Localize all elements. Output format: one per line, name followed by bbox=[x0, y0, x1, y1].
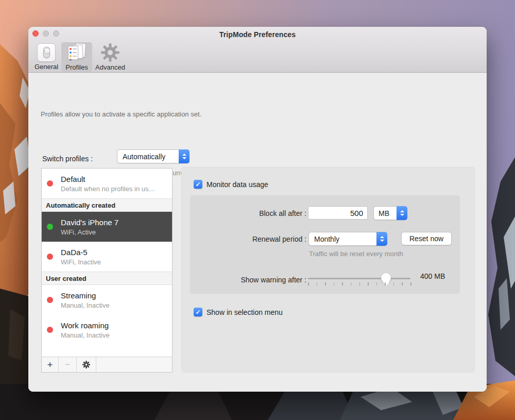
list-item-streaming[interactable]: Streaming Manual, Inactive bbox=[42, 285, 172, 315]
tick-mark bbox=[385, 282, 386, 285]
intro-text: Profiles allow you to activate a specifi… bbox=[41, 110, 201, 118]
renewal-period-popup[interactable]: Monthly bbox=[308, 232, 387, 246]
tick-mark bbox=[410, 282, 411, 285]
popup-stepper-icon bbox=[179, 149, 190, 163]
check-icon: ✓ bbox=[195, 309, 200, 316]
section-label: User created bbox=[46, 275, 87, 282]
data-usage-box: Block all after : MB Renewal period : Mo… bbox=[190, 195, 460, 294]
renewal-note: Traffic will be reset every month bbox=[309, 250, 403, 258]
warning-slider-thumb[interactable] bbox=[381, 273, 391, 283]
tick-mark bbox=[368, 282, 369, 285]
tab-general[interactable]: General bbox=[31, 42, 62, 72]
remove-profile-button[interactable]: − bbox=[59, 357, 77, 372]
profiles-stack-icon bbox=[67, 43, 87, 62]
profiles-pane: Profiles allow you to activate a specifi… bbox=[28, 73, 487, 392]
tick-mark bbox=[317, 282, 318, 285]
show-in-selection-menu-checkbox[interactable]: ✓ bbox=[194, 308, 202, 316]
plus-icon: + bbox=[47, 359, 53, 371]
profile-name: Work roaming bbox=[61, 321, 110, 330]
profiles-list: Default Default when no profiles in us… … bbox=[41, 168, 173, 373]
tick-mark bbox=[325, 282, 326, 285]
renewal-period-value: Monthly bbox=[309, 235, 376, 243]
popup-stepper-icon bbox=[397, 206, 407, 220]
reset-now-button[interactable]: Reset now bbox=[401, 232, 452, 245]
general-toggle-icon bbox=[37, 43, 56, 62]
tick-mark bbox=[376, 282, 377, 285]
block-all-after-label: Block all after : bbox=[198, 209, 306, 217]
list-empty-area bbox=[42, 345, 172, 357]
tick-mark bbox=[359, 282, 360, 285]
tab-profiles[interactable]: Profiles bbox=[61, 42, 92, 72]
list-section-user-created: User created bbox=[42, 272, 172, 285]
tick-mark bbox=[308, 282, 309, 285]
tab-advanced[interactable]: Advanced bbox=[93, 42, 127, 72]
monitor-data-usage-checkbox[interactable]: ✓ bbox=[194, 180, 202, 189]
profile-actions-button[interactable] bbox=[77, 357, 96, 372]
tick-mark bbox=[342, 282, 343, 285]
tab-general-label: General bbox=[35, 63, 58, 71]
status-dot-green bbox=[47, 224, 53, 230]
warning-slider-track[interactable] bbox=[308, 278, 410, 279]
warning-value: 400 MB bbox=[420, 272, 445, 280]
list-item-davids-iphone[interactable]: David's iPhone 7 WiFi, Active bbox=[42, 212, 172, 242]
tab-profiles-label: Profiles bbox=[65, 63, 88, 71]
profile-name: DaDa-5 bbox=[61, 248, 101, 257]
unit-popup[interactable]: MB bbox=[373, 206, 407, 220]
list-item-default[interactable]: Default Default when no profiles in us… bbox=[42, 169, 172, 198]
window-title: TripMode Preferences bbox=[28, 30, 487, 39]
advanced-gear-icon bbox=[100, 43, 120, 62]
list-toolbar-filler bbox=[96, 357, 172, 372]
desktop: TripMode Preferences General Profiles bbox=[0, 0, 515, 420]
status-dot-red bbox=[47, 180, 53, 187]
block-amount-field[interactable] bbox=[308, 206, 368, 220]
list-section-automatically-created: Automatically created bbox=[42, 198, 172, 212]
preferences-window: TripMode Preferences General Profiles bbox=[28, 27, 487, 392]
list-toolbar: + − bbox=[42, 357, 172, 372]
gear-icon bbox=[82, 361, 90, 368]
popup-stepper-icon bbox=[376, 232, 387, 246]
profile-subtitle: WiFi, Inactive bbox=[61, 258, 101, 266]
show-warning-after-label: Show warning after : bbox=[198, 276, 306, 284]
minus-icon: − bbox=[65, 360, 70, 370]
profile-subtitle: WiFi, Active bbox=[61, 228, 118, 236]
switch-profiles-value: Automatically bbox=[117, 153, 179, 161]
profile-name: Streaming bbox=[61, 291, 110, 300]
add-profile-button[interactable]: + bbox=[42, 357, 59, 372]
show-in-selection-menu-label: Show in selection menu bbox=[207, 308, 283, 316]
renewal-period-label: Renewal period : bbox=[198, 235, 306, 243]
tick-mark bbox=[334, 282, 335, 285]
tick-mark bbox=[402, 282, 403, 285]
switch-profiles-popup[interactable]: Automatically bbox=[117, 149, 190, 163]
monitor-data-usage-label: Monitor data usage bbox=[207, 180, 268, 189]
status-dot-red bbox=[47, 297, 53, 303]
window-toolbar: TripMode Preferences General Profiles bbox=[28, 27, 487, 73]
tab-advanced-label: Advanced bbox=[95, 63, 125, 71]
profile-name: David's iPhone 7 bbox=[61, 218, 118, 227]
profile-detail-panel: ✓ Monitor data usage Block all after : M… bbox=[181, 167, 475, 373]
profile-name: Default bbox=[61, 175, 156, 183]
warning-slider-ticks bbox=[308, 282, 410, 286]
profile-subtitle: Default when no profiles in us… bbox=[61, 185, 156, 193]
check-icon: ✓ bbox=[195, 181, 200, 188]
tick-mark bbox=[393, 282, 394, 285]
status-dot-red bbox=[47, 327, 53, 333]
profile-subtitle: Manual, Inactive bbox=[61, 331, 110, 339]
section-label: Automatically created bbox=[46, 201, 115, 209]
status-dot-red bbox=[47, 254, 53, 260]
unit-value: MB bbox=[374, 209, 397, 217]
profile-subtitle: Manual, Inactive bbox=[61, 301, 110, 309]
tick-mark bbox=[351, 282, 352, 285]
list-item-work-roaming[interactable]: Work roaming Manual, Inactive bbox=[42, 315, 172, 345]
switch-profiles-label: Switch profiles : bbox=[42, 155, 93, 163]
list-item-dada5[interactable]: DaDa-5 WiFi, Inactive bbox=[42, 242, 172, 272]
